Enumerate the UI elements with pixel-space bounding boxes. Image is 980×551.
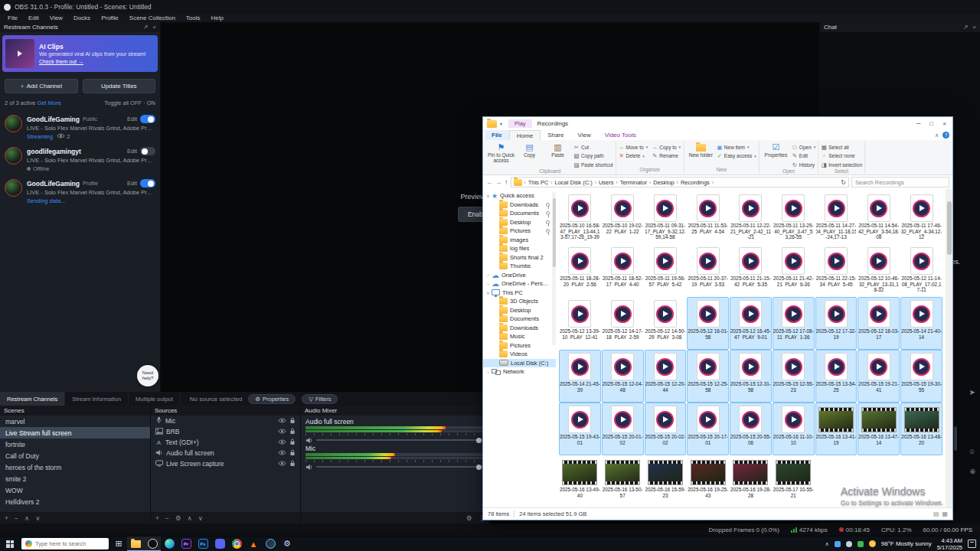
remove-source-button[interactable]: −: [165, 514, 169, 522]
add-source-button[interactable]: +: [155, 514, 159, 522]
banner-link[interactable]: Check them out →: [39, 59, 146, 64]
tray-icon-1[interactable]: [835, 541, 841, 547]
ribbon-rename-button[interactable]: ✎Rename: [652, 152, 681, 160]
file-item[interactable]: 2025-05-15 19-43-01: [559, 403, 601, 455]
file-item[interactable]: 2025-05-11 14-54-42_PLAY_3-54,18-08: [858, 191, 900, 244]
ribbon-invert-selection-button[interactable]: ◨Invert selection: [821, 161, 862, 168]
menu-help[interactable]: Help: [206, 15, 229, 21]
maximize-button[interactable]: □: [925, 120, 938, 127]
scene-heroes-of-the-storm[interactable]: heroes of the storm: [0, 461, 150, 473]
ribbon-copy-path-button[interactable]: ▧Copy path: [573, 152, 613, 160]
channel-row[interactable]: GoodLifeGamingProfileEditLIVE - Solo Fle…: [0, 175, 160, 207]
move-scene-up-button[interactable]: ∧: [24, 514, 29, 522]
nav-quick-access[interactable]: ∨★Quick access: [483, 191, 556, 201]
nav-onedrive[interactable]: ›☁OneDrive: [483, 271, 556, 280]
video-tools-play-tab[interactable]: Play: [508, 119, 532, 128]
breadcrumb-desktop[interactable]: Desktop: [653, 179, 675, 186]
file-item[interactable]: 2025-05-11 21-15-42_PLAY_5-35: [730, 244, 772, 297]
ribbon-cut-button[interactable]: ✂Cut: [573, 143, 613, 151]
visibility-icon[interactable]: [278, 449, 286, 457]
start-button[interactable]: [0, 536, 20, 551]
file-item[interactable]: 2025-05-11 21-42-21_PLAY_6-36: [773, 244, 815, 297]
file-item[interactable]: 2025-05-11 14-27-04_PLAY_11-18,15-24,17-…: [815, 191, 858, 244]
ribbon-tab-share[interactable]: Share: [541, 130, 570, 140]
weather-text[interactable]: 98°F Mostly sunny: [881, 540, 932, 547]
nav-pictures[interactable]: Pictures: [483, 341, 556, 350]
channel-edit-link[interactable]: Edit: [127, 180, 137, 187]
ribbon-paste-shortcut-button[interactable]: ▨Paste shortcut: [573, 161, 613, 168]
file-item[interactable]: 2025-05-15 20-55-06: [730, 403, 772, 455]
file-item[interactable]: 2025-05-11 11-53-25_PLAY_4-54: [687, 191, 729, 244]
source-brb[interactable]: BRB: [151, 426, 300, 437]
ribbon-pin-to-quick-access-button[interactable]: ⚑Pin to Quick access: [487, 141, 515, 168]
visibility-icon[interactable]: [278, 417, 286, 425]
tree-expander-icon[interactable]: ›: [485, 272, 492, 277]
add-channel-button[interactable]: +Add Channel: [5, 79, 78, 93]
nav-desktop[interactable]: Desktop: [483, 306, 556, 315]
nav-log-files[interactable]: log files: [483, 244, 556, 253]
remove-scene-button[interactable]: −: [15, 514, 18, 522]
channel-toggle[interactable]: [140, 179, 155, 187]
tree-expander-icon[interactable]: ∨: [485, 290, 492, 295]
get-more-link[interactable]: Get More: [38, 99, 61, 106]
file-item[interactable]: 2025-05-10 16-58-47_PLAY_13-44,13-57,17-…: [559, 191, 601, 244]
file-item[interactable]: 2025-05-12 17-32-19: [815, 297, 858, 350]
breadcrumb-local-disk-c[interactable]: Local Disk (C:): [555, 179, 593, 186]
ribbon-new-folder-button[interactable]: New folder: [687, 141, 715, 167]
file-item[interactable]: 2025-05-12 11-14-08_PLAY_17-02,17-11: [900, 244, 942, 297]
file-item[interactable]: 2025-05-17 10-55-21: [773, 455, 815, 507]
nav-documents[interactable]: Documents: [483, 315, 556, 324]
tray-icon-3[interactable]: [858, 541, 864, 547]
menu-file[interactable]: File: [2, 15, 23, 21]
help-bubble[interactable]: Need help?: [137, 365, 158, 386]
file-item[interactable]: 2025-05-16 11-10-10: [773, 403, 815, 455]
file-item[interactable]: 2025-05-15 12-20-44: [645, 350, 687, 403]
taskbar-edge[interactable]: [161, 536, 178, 551]
lock-icon[interactable]: [289, 428, 296, 436]
menu-docks[interactable]: Docks: [68, 15, 96, 21]
breadcrumb-recordings[interactable]: Recordings: [681, 179, 710, 186]
ribbon-move-to-button[interactable]: →Move to▾: [619, 143, 648, 151]
file-item[interactable]: 2025-05-14 21-45-39: [559, 350, 601, 403]
lock-icon[interactable]: [289, 460, 296, 468]
lock-icon[interactable]: [289, 417, 296, 425]
ribbon-select-none-button[interactable]: ▫Select none: [821, 152, 862, 160]
volume-slider-handle[interactable]: [476, 438, 482, 443]
menu-view[interactable]: View: [44, 15, 68, 21]
nav-shorts-final-2[interactable]: Shorts final 2: [483, 253, 556, 262]
ribbon-paste-button[interactable]: ▥Paste: [544, 141, 572, 168]
file-item[interactable]: 2025-05-16 15-59-23: [645, 455, 687, 507]
breadcrumb[interactable]: ›This PC›Local Disk (C:)›Users›Terminato…: [511, 177, 850, 187]
visibility-icon[interactable]: [278, 439, 286, 446]
properties-button[interactable]: ⚙Properties: [248, 394, 296, 404]
file-item[interactable]: 2025-05-15 19-21-41: [858, 350, 900, 403]
file-item[interactable]: 2025-05-15 12-04-48: [602, 350, 644, 403]
file-item[interactable]: 2025-05-16 13-48-20: [900, 403, 942, 455]
file-item[interactable]: 2025-05-11 09-31-17_PLAY_9-32,12-59,14-5…: [645, 191, 687, 244]
file-item[interactable]: 2025-05-11 13-29-40_PLAY_3-47_53,26-55: [773, 191, 815, 244]
nav-onedrive-personal[interactable]: ›☁OneDrive - Personal: [483, 279, 556, 289]
move-source-up-button[interactable]: ∧: [188, 514, 192, 522]
forward-icon[interactable]: →: [495, 178, 502, 186]
file-item[interactable]: 2025-05-12 14-50-29_PLAY_3-08: [645, 297, 687, 350]
files-scrollbar[interactable]: [946, 189, 952, 507]
nav-desktop[interactable]: Desktop: [483, 218, 556, 227]
file-item[interactable]: 2025-05-14 21-40-14: [900, 297, 942, 350]
ribbon-properties-button[interactable]: ☑Properties: [762, 141, 790, 168]
toggle-all-off[interactable]: OFF: [130, 99, 142, 106]
taskbar-discord[interactable]: [211, 536, 228, 551]
taskbar-file-explorer[interactable]: [127, 536, 144, 551]
volume-slider[interactable]: [316, 439, 485, 441]
move-source-down-button[interactable]: ∨: [198, 514, 203, 522]
ribbon-delete-button[interactable]: ✕Delete▾: [619, 152, 648, 160]
add-scene-button[interactable]: +: [5, 514, 8, 522]
notification-center-icon[interactable]: [968, 540, 976, 548]
channel-row[interactable]: GoodLifeGamingPublicEditLIVE - Solo Flex…: [0, 111, 160, 143]
popout-icon[interactable]: ↗: [963, 24, 969, 31]
menu-profile[interactable]: Profile: [96, 15, 124, 21]
file-item[interactable]: 2025-05-15 13-54-25: [815, 350, 858, 403]
scene-smite-2[interactable]: smite 2: [0, 473, 150, 484]
source-mic[interactable]: Mic: [151, 416, 300, 426]
nav-3d-objects[interactable]: 3D Objects: [483, 297, 556, 306]
channel-toggle[interactable]: [140, 115, 155, 123]
